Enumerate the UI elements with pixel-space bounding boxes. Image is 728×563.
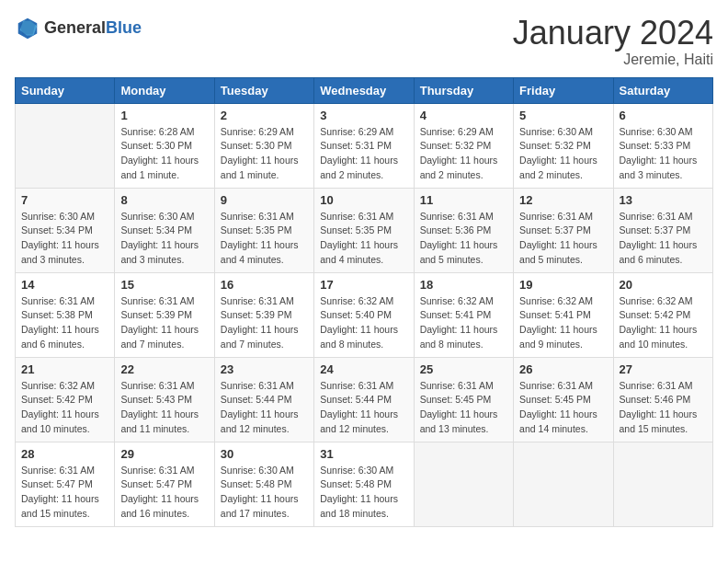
day-number: 21 — [21, 362, 108, 376]
day-number: 17 — [320, 278, 407, 292]
calendar-cell: 31Sunrise: 6:30 AMSunset: 5:48 PMDayligh… — [314, 442, 414, 526]
day-info: Sunrise: 6:31 AMSunset: 5:45 PMDaylight:… — [420, 379, 507, 437]
day-number: 24 — [320, 362, 407, 376]
day-info: Sunrise: 6:30 AMSunset: 5:48 PMDaylight:… — [320, 464, 407, 522]
calendar-cell: 18Sunrise: 6:32 AMSunset: 5:41 PMDayligh… — [414, 272, 513, 357]
calendar-cell: 3Sunrise: 6:29 AMSunset: 5:31 PMDaylight… — [314, 103, 414, 188]
day-number: 18 — [420, 278, 507, 292]
day-info: Sunrise: 6:31 AMSunset: 5:46 PMDaylight:… — [620, 379, 707, 437]
day-number: 3 — [320, 109, 407, 122]
calendar-cell: 17Sunrise: 6:32 AMSunset: 5:40 PMDayligh… — [314, 272, 414, 357]
calendar-cell: 24Sunrise: 6:31 AMSunset: 5:44 PMDayligh… — [314, 357, 414, 442]
calendar-table: Sunday Monday Tuesday Wednesday Thursday… — [15, 77, 713, 527]
day-number: 27 — [620, 362, 707, 376]
calendar-week-3: 14Sunrise: 6:31 AMSunset: 5:38 PMDayligh… — [16, 272, 713, 357]
calendar-cell: 27Sunrise: 6:31 AMSunset: 5:46 PMDayligh… — [613, 357, 712, 442]
calendar-cell: 5Sunrise: 6:30 AMSunset: 5:32 PMDaylight… — [514, 103, 613, 188]
day-number: 8 — [120, 193, 208, 207]
day-info: Sunrise: 6:31 AMSunset: 5:44 PMDaylight:… — [221, 379, 308, 437]
day-number: 29 — [120, 447, 208, 461]
day-number: 30 — [221, 447, 308, 461]
day-number: 28 — [21, 447, 108, 461]
calendar-cell: 19Sunrise: 6:32 AMSunset: 5:41 PMDayligh… — [514, 272, 613, 357]
calendar-cell: 22Sunrise: 6:31 AMSunset: 5:43 PMDayligh… — [115, 357, 214, 442]
calendar-week-1: 1Sunrise: 6:28 AMSunset: 5:30 PMDaylight… — [16, 103, 713, 188]
calendar-cell: 6Sunrise: 6:30 AMSunset: 5:33 PMDaylight… — [613, 103, 712, 188]
day-number: 12 — [519, 193, 607, 207]
calendar-cell: 1Sunrise: 6:28 AMSunset: 5:30 PMDaylight… — [115, 103, 214, 188]
calendar-cell: 20Sunrise: 6:32 AMSunset: 5:42 PMDayligh… — [613, 272, 712, 357]
day-info: Sunrise: 6:31 AMSunset: 5:47 PMDaylight:… — [120, 464, 208, 522]
page-header: GeneralBlue January 2024 Jeremie, Haiti — [15, 15, 713, 68]
calendar-cell: 12Sunrise: 6:31 AMSunset: 5:37 PMDayligh… — [514, 188, 613, 272]
calendar-cell — [16, 103, 115, 188]
day-number: 20 — [620, 278, 707, 292]
col-tuesday: Tuesday — [214, 77, 313, 103]
calendar-cell: 21Sunrise: 6:32 AMSunset: 5:42 PMDayligh… — [16, 357, 115, 442]
day-number: 19 — [519, 278, 607, 292]
calendar-cell — [613, 442, 712, 526]
day-number: 13 — [620, 193, 707, 207]
day-number: 2 — [221, 109, 308, 122]
col-friday: Friday — [514, 77, 613, 103]
day-number: 9 — [221, 193, 308, 207]
calendar-body: 1Sunrise: 6:28 AMSunset: 5:30 PMDaylight… — [16, 103, 713, 526]
logo-icon — [15, 15, 40, 40]
day-info: Sunrise: 6:31 AMSunset: 5:35 PMDaylight:… — [320, 210, 407, 268]
calendar-cell — [414, 442, 513, 526]
day-number: 1 — [120, 109, 208, 122]
day-info: Sunrise: 6:32 AMSunset: 5:42 PMDaylight:… — [620, 294, 707, 352]
calendar-cell: 2Sunrise: 6:29 AMSunset: 5:30 PMDaylight… — [214, 103, 313, 188]
calendar-cell: 16Sunrise: 6:31 AMSunset: 5:39 PMDayligh… — [214, 272, 313, 357]
day-number: 10 — [320, 193, 407, 207]
calendar-cell: 30Sunrise: 6:30 AMSunset: 5:48 PMDayligh… — [214, 442, 313, 526]
col-monday: Monday — [115, 77, 214, 103]
day-number: 15 — [120, 278, 208, 292]
col-thursday: Thursday — [414, 77, 513, 103]
day-number: 25 — [420, 362, 507, 376]
calendar-cell: 8Sunrise: 6:30 AMSunset: 5:34 PMDaylight… — [115, 188, 214, 272]
day-info: Sunrise: 6:30 AMSunset: 5:32 PMDaylight:… — [519, 125, 607, 183]
calendar-cell: 14Sunrise: 6:31 AMSunset: 5:38 PMDayligh… — [16, 272, 115, 357]
day-info: Sunrise: 6:28 AMSunset: 5:30 PMDaylight:… — [120, 125, 208, 183]
day-info: Sunrise: 6:30 AMSunset: 5:34 PMDaylight:… — [21, 210, 108, 268]
calendar-week-2: 7Sunrise: 6:30 AMSunset: 5:34 PMDaylight… — [16, 188, 713, 272]
calendar-cell: 28Sunrise: 6:31 AMSunset: 5:47 PMDayligh… — [16, 442, 115, 526]
calendar-cell: 10Sunrise: 6:31 AMSunset: 5:35 PMDayligh… — [314, 188, 414, 272]
title-section: January 2024 Jeremie, Haiti — [513, 15, 713, 68]
calendar-subtitle: Jeremie, Haiti — [513, 52, 713, 68]
calendar-week-5: 28Sunrise: 6:31 AMSunset: 5:47 PMDayligh… — [16, 442, 713, 526]
day-info: Sunrise: 6:32 AMSunset: 5:41 PMDaylight:… — [519, 294, 607, 352]
col-wednesday: Wednesday — [314, 77, 414, 103]
col-saturday: Saturday — [613, 77, 712, 103]
day-info: Sunrise: 6:29 AMSunset: 5:31 PMDaylight:… — [320, 125, 407, 183]
day-info: Sunrise: 6:30 AMSunset: 5:33 PMDaylight:… — [620, 125, 707, 183]
calendar-cell — [514, 442, 613, 526]
calendar-title: January 2024 — [513, 15, 713, 52]
logo-general: GeneralBlue — [44, 19, 142, 37]
calendar-cell: 13Sunrise: 6:31 AMSunset: 5:37 PMDayligh… — [613, 188, 712, 272]
day-number: 6 — [620, 109, 707, 122]
calendar-cell: 26Sunrise: 6:31 AMSunset: 5:45 PMDayligh… — [514, 357, 613, 442]
day-info: Sunrise: 6:31 AMSunset: 5:35 PMDaylight:… — [221, 210, 308, 268]
day-info: Sunrise: 6:32 AMSunset: 5:41 PMDaylight:… — [420, 294, 507, 352]
day-number: 5 — [519, 109, 607, 122]
day-info: Sunrise: 6:29 AMSunset: 5:30 PMDaylight:… — [221, 125, 308, 183]
calendar-cell: 11Sunrise: 6:31 AMSunset: 5:36 PMDayligh… — [414, 188, 513, 272]
day-number: 26 — [519, 362, 607, 376]
col-sunday: Sunday — [16, 77, 115, 103]
calendar-cell: 29Sunrise: 6:31 AMSunset: 5:47 PMDayligh… — [115, 442, 214, 526]
day-info: Sunrise: 6:30 AMSunset: 5:48 PMDaylight:… — [221, 464, 308, 522]
day-info: Sunrise: 6:31 AMSunset: 5:37 PMDaylight:… — [519, 210, 607, 268]
day-info: Sunrise: 6:31 AMSunset: 5:39 PMDaylight:… — [120, 294, 208, 352]
day-number: 4 — [420, 109, 507, 122]
day-number: 31 — [320, 447, 407, 461]
calendar-cell: 25Sunrise: 6:31 AMSunset: 5:45 PMDayligh… — [414, 357, 513, 442]
calendar-cell: 9Sunrise: 6:31 AMSunset: 5:35 PMDaylight… — [214, 188, 313, 272]
day-info: Sunrise: 6:31 AMSunset: 5:38 PMDaylight:… — [21, 294, 108, 352]
day-number: 11 — [420, 193, 507, 207]
day-info: Sunrise: 6:31 AMSunset: 5:45 PMDaylight:… — [519, 379, 607, 437]
day-info: Sunrise: 6:30 AMSunset: 5:34 PMDaylight:… — [120, 210, 208, 268]
day-info: Sunrise: 6:31 AMSunset: 5:47 PMDaylight:… — [21, 464, 108, 522]
day-number: 7 — [21, 193, 108, 207]
